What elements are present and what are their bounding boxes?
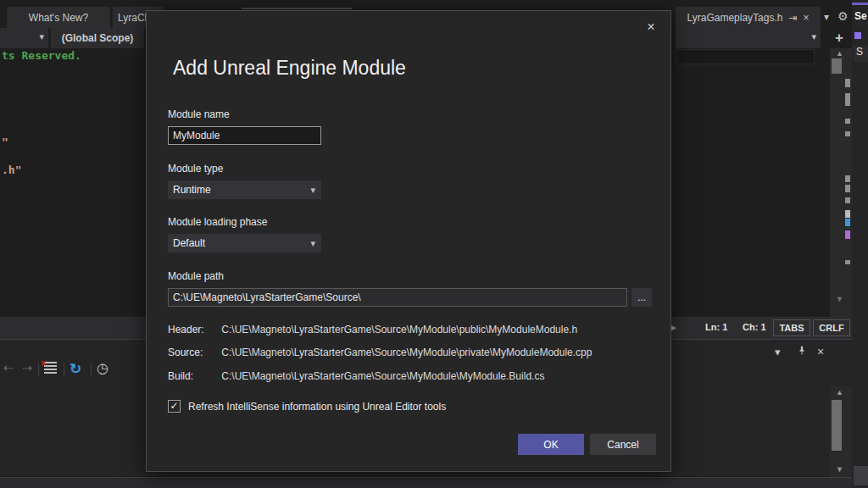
history-clock-icon[interactable]: ◷ bbox=[97, 360, 108, 376]
path-row-value: C:\UE\Magneto\LyraStarterGame\Source\MyM… bbox=[221, 347, 592, 358]
line-indicator[interactable]: Ln: 1 bbox=[705, 322, 727, 332]
navbar-member-dropdown[interactable]: ▾ bbox=[676, 28, 821, 48]
path-row-label: Header: bbox=[168, 324, 219, 336]
prev-message-icon[interactable]: ⇠ bbox=[3, 362, 14, 374]
scroll-annotation bbox=[845, 119, 850, 124]
module-name-input[interactable] bbox=[168, 126, 321, 145]
chevron-down-icon: ▾ bbox=[310, 186, 315, 195]
intellisense-checkbox-label: Refresh IntelliSense information using U… bbox=[188, 401, 446, 413]
panel-search-box[interactable]: S bbox=[854, 46, 868, 62]
module-path-label: Module path bbox=[168, 270, 224, 282]
scroll-annotation bbox=[845, 210, 850, 218]
code-comment-text: ts Reserved. bbox=[2, 49, 81, 62]
toolbar-divider bbox=[91, 363, 92, 377]
ok-button[interactable]: OK bbox=[518, 434, 584, 455]
split-move-icon[interactable]: + bbox=[830, 29, 849, 47]
navbar-project-dropdown[interactable]: ▾ bbox=[0, 28, 48, 48]
editor-scrollbar[interactable]: ▲ ▼ bbox=[830, 48, 852, 317]
toolbar-divider bbox=[64, 363, 64, 377]
build-path-row: Build: C:\UE\Magneto\LyraStarterGame\Sou… bbox=[168, 370, 544, 382]
close-panel-icon[interactable]: × bbox=[817, 346, 824, 358]
eol-label: CRLF bbox=[819, 323, 843, 333]
panel-toolbar-icon[interactable] bbox=[854, 32, 861, 39]
gear-icon[interactable]: ⚙ bbox=[837, 10, 849, 22]
code-string-fragment: " bbox=[2, 136, 8, 148]
scrollbar-thumb[interactable] bbox=[832, 400, 842, 451]
tab-whats-new[interactable]: What's New? bbox=[7, 7, 110, 28]
cancel-button[interactable]: Cancel bbox=[590, 434, 656, 455]
path-row-value: C:\UE\Magneto\LyraStarterGame\Source\MyM… bbox=[221, 370, 544, 382]
source-path-row: Source: C:\UE\Magneto\LyraStarterGame\So… bbox=[168, 347, 592, 358]
panel-chevron-icon[interactable]: ▾ bbox=[775, 347, 781, 358]
scroll-annotation bbox=[845, 79, 850, 87]
browse-button[interactable]: ... bbox=[632, 288, 652, 307]
search-label: S bbox=[856, 46, 863, 58]
scope-label: (Global Scope) bbox=[62, 32, 134, 44]
dialog-title: Add Unreal Engine Module bbox=[173, 57, 406, 80]
intellisense-checkbox[interactable]: ✓ bbox=[168, 400, 181, 413]
header-path-row: Header: C:\UE\Magneto\LyraStarterGame\So… bbox=[168, 324, 577, 336]
column-indicator[interactable]: Ch: 1 bbox=[743, 322, 766, 332]
close-tab-icon[interactable]: × bbox=[804, 13, 810, 23]
scroll-down-icon[interactable]: ▼ bbox=[836, 466, 843, 474]
check-icon: ✓ bbox=[170, 400, 178, 412]
panel-scrollbar[interactable]: ▲ ▼ bbox=[830, 386, 852, 477]
keep-open-icon[interactable]: ⇥ bbox=[788, 13, 797, 23]
path-row-label: Source: bbox=[168, 347, 219, 358]
panel-corner-box bbox=[854, 466, 868, 485]
close-icon[interactable]: × bbox=[642, 18, 660, 36]
clear-all-icon[interactable]: × bbox=[44, 362, 57, 375]
module-type-select[interactable]: Runtime ▾ bbox=[168, 180, 321, 199]
scroll-annotation bbox=[845, 175, 850, 182]
toolbar-divider bbox=[38, 363, 39, 377]
window-status-bar bbox=[0, 477, 868, 488]
solution-explorer-sliver: Se S bbox=[852, 0, 868, 488]
tabs-label: TABS bbox=[779, 323, 804, 333]
clear-x-glyph: × bbox=[41, 358, 47, 369]
scroll-annotation-purple bbox=[845, 230, 850, 239]
collapse-arrow-icon[interactable]: ▸ bbox=[671, 322, 676, 333]
pin-icon[interactable] bbox=[797, 345, 807, 358]
chevron-down-icon: ▾ bbox=[39, 32, 44, 42]
sync-icon[interactable]: ↻ bbox=[70, 360, 81, 378]
tab-label: What's New? bbox=[29, 12, 88, 24]
navbar-scope-dropdown[interactable]: (Global Scope) bbox=[51, 28, 144, 48]
module-path-input[interactable] bbox=[168, 288, 627, 307]
loading-phase-select[interactable]: Default ▾ bbox=[168, 234, 321, 252]
chevron-down-icon: ▾ bbox=[811, 32, 816, 42]
editor-current-line bbox=[676, 49, 815, 64]
chevron-down-icon: ▾ bbox=[310, 239, 315, 248]
module-name-label: Module name bbox=[168, 108, 230, 120]
scroll-annotation bbox=[845, 260, 850, 264]
tab-list-chevron-icon[interactable]: ▾ bbox=[824, 12, 829, 22]
module-type-label: Module type bbox=[168, 163, 223, 175]
eol-toggle[interactable]: CRLF bbox=[813, 319, 850, 336]
hidden-tab-border bbox=[242, 8, 352, 9]
scrollbar-thumb[interactable] bbox=[832, 58, 842, 74]
selected-value: Default bbox=[173, 237, 205, 249]
tab-lyragameplaytags[interactable]: LyraGameplayTags.h ⇥ × bbox=[676, 7, 821, 28]
panel-title: Se bbox=[854, 10, 867, 22]
scroll-annotation bbox=[845, 93, 850, 106]
scroll-annotation-blue bbox=[845, 219, 850, 226]
scroll-up-icon[interactable]: ▲ bbox=[836, 389, 843, 396]
path-row-label: Build: bbox=[168, 370, 219, 382]
scroll-up-icon[interactable]: ▲ bbox=[836, 50, 843, 58]
loading-phase-label: Module loading phase bbox=[168, 216, 267, 228]
scroll-annotation bbox=[845, 185, 850, 192]
add-module-dialog: × Add Unreal Engine Module Module name M… bbox=[146, 10, 671, 472]
scroll-annotation bbox=[845, 197, 850, 203]
tabs-spaces-toggle[interactable]: TABS bbox=[773, 319, 810, 336]
code-string-fragment: .h" bbox=[2, 164, 21, 176]
scroll-annotation bbox=[845, 131, 850, 136]
path-row-value: C:\UE\Magneto\LyraStarterGame\Source\MyM… bbox=[221, 324, 577, 336]
selected-value: Runtime bbox=[173, 184, 211, 196]
vs-window: What's New? LyraCh LyraGameplayTags.h ⇥ … bbox=[0, 0, 868, 488]
panel-accent-bar bbox=[852, 3, 868, 5]
scroll-down-icon[interactable]: ▼ bbox=[836, 296, 843, 303]
tab-label: LyraGameplayTags.h bbox=[687, 12, 782, 24]
next-message-icon[interactable]: ⇢ bbox=[22, 362, 32, 374]
